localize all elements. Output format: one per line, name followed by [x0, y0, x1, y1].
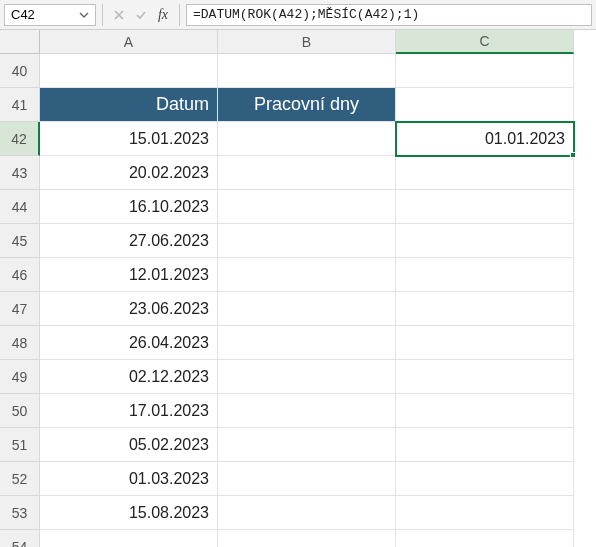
formula-input[interactable]: =DATUM(ROK(A42);MĚSÍC(A42);1): [186, 4, 592, 26]
cell[interactable]: [396, 292, 574, 326]
row-header[interactable]: 54: [0, 530, 40, 547]
row-header[interactable]: 51: [0, 428, 40, 462]
cell[interactable]: [218, 394, 396, 428]
column-header-b[interactable]: B: [218, 30, 396, 54]
spreadsheet-grid[interactable]: A B C 4041DatumPracovní dny4215.01.20230…: [0, 30, 596, 547]
cell-value: 15.01.2023: [129, 130, 209, 148]
cell-value: Pracovní dny: [254, 94, 359, 115]
cell[interactable]: 02.12.2023: [40, 360, 218, 394]
fill-handle[interactable]: [570, 152, 576, 158]
cell-value: 27.06.2023: [129, 232, 209, 250]
cell[interactable]: 20.02.2023: [40, 156, 218, 190]
cell-value: 23.06.2023: [129, 300, 209, 318]
cell[interactable]: [218, 360, 396, 394]
cell[interactable]: Datum: [40, 88, 218, 122]
cell-value: Datum: [156, 94, 209, 115]
cell[interactable]: [218, 428, 396, 462]
cell[interactable]: [396, 190, 574, 224]
select-all-corner[interactable]: [0, 30, 40, 54]
row-header[interactable]: 53: [0, 496, 40, 530]
column-header-a[interactable]: A: [40, 30, 218, 54]
cell[interactable]: 23.06.2023: [40, 292, 218, 326]
cell-value: 26.04.2023: [129, 334, 209, 352]
row-header[interactable]: 44: [0, 190, 40, 224]
row-header[interactable]: 41: [0, 88, 40, 122]
cell[interactable]: [396, 224, 574, 258]
cell[interactable]: [396, 496, 574, 530]
cell[interactable]: [218, 462, 396, 496]
cell[interactable]: Pracovní dny: [218, 88, 396, 122]
cell[interactable]: [218, 54, 396, 88]
row-header[interactable]: 46: [0, 258, 40, 292]
cell-value: 05.02.2023: [129, 436, 209, 454]
column-header-c[interactable]: C: [396, 30, 574, 54]
cell-value: 16.10.2023: [129, 198, 209, 216]
cell[interactable]: [40, 54, 218, 88]
row-header[interactable]: 50: [0, 394, 40, 428]
cell[interactable]: 27.06.2023: [40, 224, 218, 258]
cell[interactable]: 12.01.2023: [40, 258, 218, 292]
cell[interactable]: [218, 326, 396, 360]
cell[interactable]: 15.01.2023: [40, 122, 218, 156]
cell[interactable]: [396, 88, 574, 122]
cell[interactable]: 26.04.2023: [40, 326, 218, 360]
row-header[interactable]: 43: [0, 156, 40, 190]
cell[interactable]: [218, 156, 396, 190]
formula-text: =DATUM(ROK(A42);MĚSÍC(A42);1): [193, 7, 419, 22]
row-header[interactable]: 47: [0, 292, 40, 326]
divider: [102, 4, 103, 26]
row-header[interactable]: 45: [0, 224, 40, 258]
row-header[interactable]: 52: [0, 462, 40, 496]
formula-buttons: fx: [109, 5, 173, 25]
cell-value: 12.01.2023: [129, 266, 209, 284]
divider: [179, 4, 180, 26]
name-box[interactable]: C42: [4, 4, 96, 26]
cell[interactable]: 01.01.2023: [396, 122, 574, 156]
cell-value: 20.02.2023: [129, 164, 209, 182]
formula-bar: C42 fx =DATUM(ROK(A42);MĚSÍC(A42);1): [0, 0, 596, 30]
cell[interactable]: [218, 190, 396, 224]
cell[interactable]: [396, 360, 574, 394]
chevron-down-icon[interactable]: [79, 10, 89, 20]
confirm-formula-icon[interactable]: [131, 5, 151, 25]
cell[interactable]: 15.08.2023: [40, 496, 218, 530]
cell[interactable]: [396, 326, 574, 360]
row-header[interactable]: 40: [0, 54, 40, 88]
cell[interactable]: [396, 54, 574, 88]
cell[interactable]: 05.02.2023: [40, 428, 218, 462]
cell[interactable]: [218, 530, 396, 547]
cell-value: 17.01.2023: [129, 402, 209, 420]
name-box-value: C42: [11, 7, 35, 22]
row-header[interactable]: 49: [0, 360, 40, 394]
cell-value: 02.12.2023: [129, 368, 209, 386]
cell[interactable]: [396, 394, 574, 428]
cell-value: 01.03.2023: [129, 470, 209, 488]
cell[interactable]: 16.10.2023: [40, 190, 218, 224]
cell[interactable]: 01.03.2023: [40, 462, 218, 496]
cell[interactable]: [218, 122, 396, 156]
row-header[interactable]: 48: [0, 326, 40, 360]
cell[interactable]: 17.01.2023: [40, 394, 218, 428]
cancel-formula-icon[interactable]: [109, 5, 129, 25]
cell[interactable]: [218, 292, 396, 326]
cell[interactable]: [396, 428, 574, 462]
cell[interactable]: [396, 156, 574, 190]
cell[interactable]: [396, 530, 574, 547]
cell[interactable]: [218, 224, 396, 258]
cell[interactable]: [396, 258, 574, 292]
cell-value: 15.08.2023: [129, 504, 209, 522]
cell[interactable]: [218, 496, 396, 530]
row-header[interactable]: 42: [0, 122, 40, 156]
cell-value: 01.01.2023: [485, 130, 565, 148]
fx-icon[interactable]: fx: [153, 5, 173, 25]
cell[interactable]: [40, 530, 218, 547]
cell[interactable]: [396, 462, 574, 496]
cell[interactable]: [218, 258, 396, 292]
